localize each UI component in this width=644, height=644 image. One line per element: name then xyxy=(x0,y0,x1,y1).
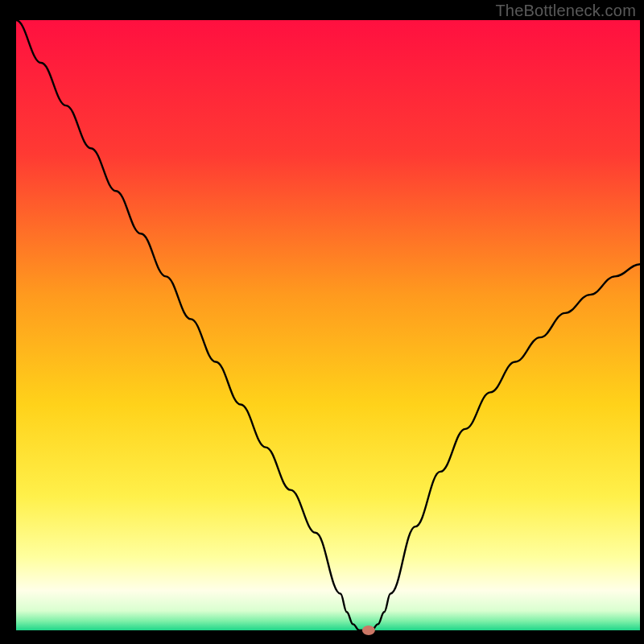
chart-frame: TheBottleneck.com xyxy=(0,0,644,644)
bottleneck-chart xyxy=(0,0,644,644)
plot-background xyxy=(16,20,640,630)
optimal-point-marker xyxy=(362,625,375,635)
watermark-text: TheBottleneck.com xyxy=(495,2,636,20)
